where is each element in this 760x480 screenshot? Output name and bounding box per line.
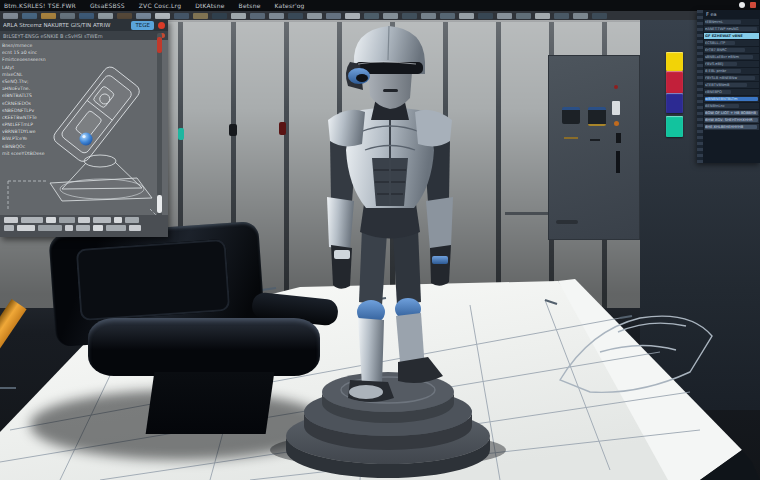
toolbar-icon[interactable] — [421, 13, 436, 19]
footer-button[interactable] — [38, 225, 62, 231]
footer-button[interactable] — [78, 217, 90, 223]
toolbar-icon[interactable] — [60, 13, 75, 19]
toolbar-icon[interactable] — [535, 13, 550, 19]
properties-row[interactable]: ErTB7 BNRC — [704, 47, 759, 53]
properties-row[interactable]: FBVS.eBEJ — [704, 61, 759, 67]
outliner-item[interactable]: vBRNBTDYLwe — [2, 129, 72, 134]
toolbar-icon[interactable] — [117, 13, 132, 19]
properties-row[interactable]: BHE XHLBEHEHHYHB — [704, 124, 759, 130]
toolbar-icon[interactable] — [79, 13, 94, 19]
outliner-item[interactable]: aHNoEvTne. — [2, 86, 72, 91]
toolbar-icon[interactable] — [231, 13, 246, 19]
outliner-item[interactable]: sPNtLEFTmLP — [2, 122, 72, 127]
properties-row[interactable]: cBNEBPO — [704, 89, 759, 95]
toolbar-icon[interactable] — [516, 13, 531, 19]
footer-button[interactable] — [129, 225, 141, 231]
toolbar-icon[interactable] — [440, 13, 455, 19]
color-swatch[interactable] — [666, 93, 683, 113]
viewport-title-bar[interactable]: ARLA Strcemz NAKURTE GIS/TIN ATRIW TEGE — [0, 19, 168, 31]
outliner-item[interactable]: cKEETBwNTFTe — [2, 115, 72, 120]
outliner-item[interactable]: ecnt 15 a0 sinc — [2, 50, 72, 55]
properties-row[interactable]: BENBtnLnc — [704, 103, 759, 109]
properties-row[interactable]: sBNBLaEBcr eBNm — [704, 54, 759, 60]
properties-row[interactable]: wBNBNEBNTBLTm — [704, 96, 759, 102]
outliner-item[interactable]: eIBNTBATLTS — [2, 93, 72, 98]
toolbar-icon[interactable] — [345, 13, 360, 19]
toolbar-icon[interactable] — [592, 13, 607, 19]
footer-button[interactable] — [4, 217, 18, 223]
footer-button[interactable] — [93, 225, 103, 231]
outliner-item[interactable]: sSeNQ.Thv; — [2, 79, 72, 84]
toolbar-icon[interactable] — [573, 13, 588, 19]
footer-button[interactable] — [59, 217, 75, 223]
toolbar-icon[interactable] — [383, 13, 398, 19]
properties-row[interactable]: ECSBLL./TP — [704, 40, 759, 46]
toolbar-icon[interactable] — [136, 13, 151, 19]
sphere-gizmo-icon[interactable] — [80, 133, 93, 146]
toolbar-icon[interactable] — [250, 13, 265, 19]
menu-item[interactable]: ZVC Cosc.Lrg — [139, 0, 181, 11]
footer-button[interactable] — [21, 217, 43, 223]
properties-row[interactable]: sTEBTVBNmB — [704, 82, 759, 88]
outliner-item[interactable]: Fmirtceoesnseersn — [2, 57, 72, 62]
toolbar-icon[interactable] — [402, 13, 417, 19]
footer-button[interactable] — [125, 217, 139, 223]
outliner-item[interactable]: mit sceeYDtBDese — [2, 151, 72, 156]
footer-button[interactable] — [114, 217, 122, 223]
viewport-scrollbar[interactable] — [157, 33, 162, 219]
close-icon[interactable] — [750, 2, 756, 8]
toolbar-icon[interactable] — [22, 13, 37, 19]
footer-button[interactable] — [4, 225, 14, 231]
outliner-item[interactable]: Bnsn/mrnece — [2, 43, 72, 48]
menu-item[interactable]: Betsne — [239, 0, 261, 11]
toolbar-icon[interactable] — [307, 13, 322, 19]
record-button[interactable] — [158, 22, 165, 29]
minimize-icon[interactable] — [739, 2, 745, 8]
outliner-item[interactable]: sIBNBQOc — [2, 144, 72, 149]
toolbar-icon[interactable] — [98, 13, 113, 19]
toolbar-icon[interactable] — [459, 13, 474, 19]
toolbar-icon[interactable] — [174, 13, 189, 19]
footer-button[interactable] — [17, 225, 35, 231]
properties-row[interactable]: B EBL prnbr — [704, 68, 759, 74]
footer-button[interactable] — [46, 217, 56, 223]
properties-row[interactable]: tEBNmrnL — [704, 19, 759, 25]
scrollbar-thumb[interactable] — [157, 195, 162, 213]
footer-button[interactable] — [93, 217, 111, 223]
footer-button[interactable] — [65, 225, 73, 231]
properties-row[interactable]: BHW XGV: SHEHTHHXHHR — [704, 117, 759, 123]
footer-button[interactable] — [106, 225, 126, 231]
outliner-item[interactable]: BIW.PTceYe — [2, 136, 72, 141]
color-swatch[interactable] — [666, 116, 683, 137]
properties-row[interactable]: BOW OF LIOT + HB BOBBHB — [704, 110, 759, 116]
toolbar-icon[interactable] — [41, 13, 56, 19]
properties-row[interactable]: GF EZHEWAT vBNE — [704, 33, 759, 39]
properties-row[interactable]: FBYSLB nBNEBNw — [704, 75, 759, 81]
menu-item[interactable]: DtKAtsne — [195, 0, 224, 11]
menu-item[interactable]: Btm.KSRLES! TSE.FWR — [4, 0, 76, 11]
outliner-item[interactable]: mIxeCNL — [2, 72, 72, 77]
color-swatch[interactable] — [666, 71, 683, 93]
outliner-item[interactable]: sNBEDNFTLPv — [2, 108, 72, 113]
footer-button[interactable] — [76, 225, 90, 231]
properties-row-label: ECSBLL./TP — [705, 41, 735, 45]
outliner-item[interactable]: LAtyt — [2, 65, 72, 70]
toolbar-icon[interactable] — [155, 13, 170, 19]
application-window: Btm.KSRLES! TSE.FWR GtsaESBSS ZVC Cosc.L… — [0, 0, 760, 480]
toolbar-icon[interactable] — [478, 13, 493, 19]
menu-item[interactable]: Katesr'og — [275, 0, 305, 11]
toolbar-icon[interactable] — [193, 13, 208, 19]
toolbar-icon[interactable] — [3, 13, 18, 19]
toolbar-icon[interactable] — [212, 13, 227, 19]
toolbar-icon[interactable] — [554, 13, 569, 19]
viewport-mode-badge[interactable]: TEGE — [131, 21, 154, 30]
toolbar-icon[interactable] — [364, 13, 379, 19]
toolbar-icon[interactable] — [288, 13, 303, 19]
toolbar-icon[interactable] — [326, 13, 341, 19]
outliner-item[interactable]: sCRNEIEDOs — [2, 101, 72, 106]
color-swatch[interactable] — [666, 52, 683, 71]
toolbar-icon[interactable] — [497, 13, 512, 19]
menu-item[interactable]: GtsaESBSS — [90, 0, 125, 11]
properties-row[interactable]: eANET.TWP nesNG — [704, 26, 759, 32]
toolbar-icon[interactable] — [269, 13, 284, 19]
